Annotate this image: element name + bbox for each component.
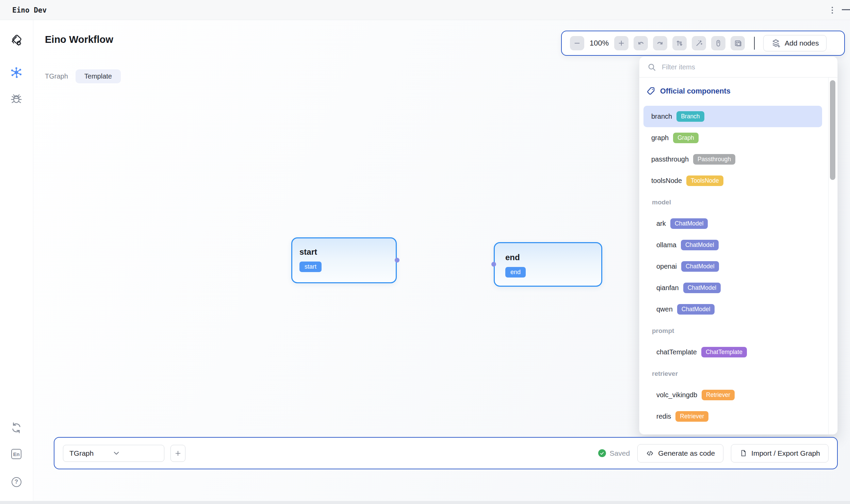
language-label: En [11,449,21,459]
language-icon[interactable]: En [10,447,23,461]
type-badge: Passthrough [693,154,735,165]
type-badge: Branch [676,111,704,122]
component-item-passthrough[interactable]: passthrough Passthrough [643,149,822,170]
component-item-toolsnode[interactable]: toolsNode ToolsNode [643,170,822,191]
type-badge: ChatModel [681,240,719,250]
undo-icon[interactable] [634,36,648,50]
node-end-input-port[interactable] [491,262,496,267]
graph-select[interactable]: TGraph [63,445,164,462]
graph-footer-bar: TGraph Saved [54,437,838,469]
component-item-ollama[interactable]: ollama ChatModel [643,234,822,256]
add-nodes-label: Add nodes [785,39,819,47]
app-root: Eino Dev [0,0,850,504]
generate-as-code-button[interactable]: Generate as code [637,444,723,463]
zoom-level: 100% [589,39,609,48]
type-badge: ChatModel [683,283,721,293]
add-graph-button[interactable] [170,445,185,462]
component-group-retriever: retriever [643,363,822,384]
component-item-volc-vikingdb[interactable]: volc_vikingdb Retriever [643,384,822,406]
mouse-pan-icon[interactable] [711,36,725,50]
save-status: Saved [598,449,630,457]
import-export-label: Import / Export Graph [751,449,820,457]
help-label: ? [12,477,21,487]
workflow-graph-icon[interactable] [10,66,23,79]
type-badge: Retriever [702,390,735,400]
search-icon [648,63,656,71]
tab-tgraph[interactable]: TGraph [45,72,68,80]
minimap-layout-icon[interactable] [731,36,745,50]
save-status-label: Saved [610,449,630,457]
node-start-badge: start [299,262,322,272]
graph-select-value: TGraph [69,449,114,457]
type-badge: ToolsNode [686,175,723,186]
node-start-title: start [299,247,396,257]
component-item-branch[interactable]: branch Branch [643,106,822,127]
node-end[interactable]: end end [494,242,602,287]
debug-bug-icon[interactable] [10,92,23,105]
add-nodes-panel: Official components branch Branch graph … [639,56,838,435]
import-export-button[interactable]: Import / Export Graph [731,444,829,463]
tag-icon [646,87,655,96]
component-group-prompt: prompt [643,320,822,341]
type-badge: ChatModel [681,261,719,272]
window-minimize-icon[interactable] [842,9,850,10]
component-group-model: model [643,191,822,213]
magic-wand-icon[interactable] [692,36,706,50]
graph-tabs: TGraph Template [45,69,121,83]
type-badge: Graph [673,133,699,143]
generate-as-code-label: Generate as code [658,449,715,457]
scrollbar-thumb[interactable] [830,80,835,180]
type-badge: ChatTemplate [701,347,747,357]
help-icon[interactable]: ? [10,475,23,489]
chevron-down-icon [114,452,158,455]
node-start-output-port[interactable] [395,258,399,263]
tab-template[interactable]: Template [76,69,121,83]
panel-search-row [639,57,837,78]
bottom-strip [0,501,850,504]
component-item-qwen[interactable]: qwen ChatModel [643,299,822,320]
scrollbar-track [828,78,829,434]
component-item-qianfan[interactable]: qianfan ChatModel [643,277,822,299]
check-icon [598,449,606,457]
zoom-out-button[interactable] [570,36,584,50]
component-item-openai[interactable]: openai ChatModel [643,256,822,277]
filter-items-input[interactable] [662,63,829,71]
window-menu-kebab-icon[interactable] [829,5,835,15]
node-start[interactable]: start start [291,237,397,283]
refresh-icon[interactable] [10,421,23,435]
layers-plus-icon [771,38,781,48]
component-item-chattemplate[interactable]: chatTemplate ChatTemplate [643,341,822,363]
component-item-graph[interactable]: graph Graph [643,127,822,149]
file-icon [739,449,747,457]
type-badge: Retriever [675,411,708,422]
component-item-redis[interactable]: redis Retriever [643,406,822,427]
auto-layout-icon[interactable] [672,36,687,50]
code-icon [646,449,654,457]
component-item-ark[interactable]: ark ChatModel [643,213,822,234]
page-title: Eino Workflow [45,34,113,45]
type-badge: ChatModel [677,304,715,315]
canvas-toolbar: 100% [561,31,845,56]
type-badge: ChatModel [670,218,708,229]
eino-logo-icon[interactable] [10,34,23,48]
official-components-label: Official components [660,87,731,96]
window-titlebar: Eino Dev [0,0,850,20]
add-nodes-button[interactable]: Add nodes [763,35,827,51]
toolbar-divider [754,37,755,50]
window-title: Eino Dev [12,0,47,20]
sidebar: En ? [0,20,33,501]
node-end-badge: end [505,267,526,278]
node-end-title: end [505,253,601,262]
zoom-in-button[interactable] [614,36,628,50]
component-list: branch Branch graph Graph passthrough Pa… [643,106,822,427]
redo-icon[interactable] [653,36,667,50]
official-components-header: Official components [646,87,731,96]
